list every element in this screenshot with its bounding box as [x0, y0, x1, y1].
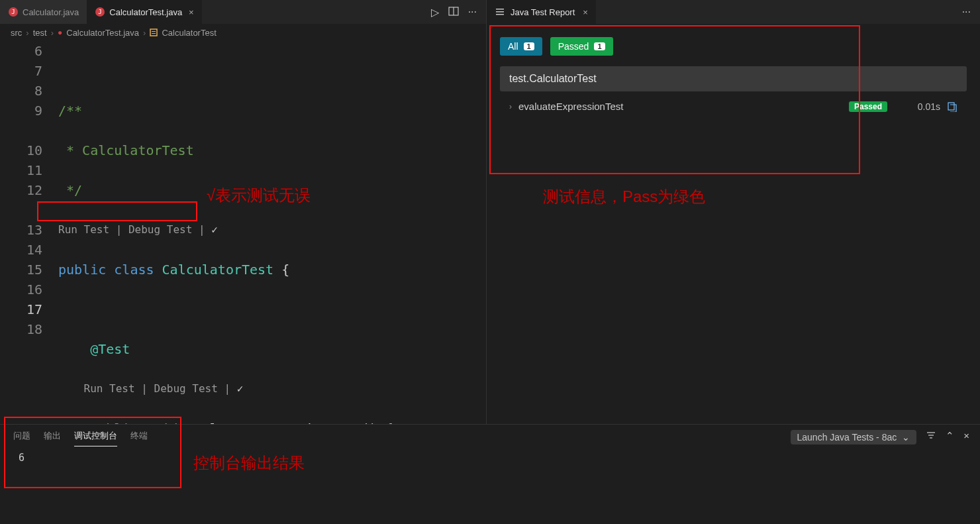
class-icon [150, 28, 158, 36]
panel-tab-problems[interactable]: 问题 [13, 430, 30, 446]
svg-rect-7 [152, 31, 156, 32]
code-editor[interactable]: 6789 101112 131415 161718 /** * Calculat… [0, 41, 486, 424]
test-name: evaluateExpressionTest [518, 101, 623, 112]
panel-tabs: 问题 输出 调试控制台 终端 [0, 430, 487, 446]
codelens-run-test[interactable]: Run Test [58, 223, 109, 236]
codelens-run-test[interactable]: Run Test [84, 382, 135, 395]
svg-rect-8 [152, 33, 156, 34]
annotation-text: 测试信息，Pass为绿色 [543, 186, 705, 207]
more-icon[interactable]: ··· [468, 6, 477, 19]
line-gutter: 6789 101112 131415 161718 [0, 41, 58, 424]
tab-java-test-report[interactable]: Java Test Report × [487, 0, 596, 24]
java-file-icon: ● [58, 28, 62, 37]
code-content[interactable]: /** * CalculatorTest */ Run Test | Debug… [58, 41, 486, 424]
bc-test[interactable]: test [33, 28, 47, 38]
codelens-debug-test[interactable]: Debug Test [154, 382, 218, 395]
chevron-right-icon: › [509, 102, 512, 111]
svg-rect-12 [948, 103, 954, 110]
test-suite-header[interactable]: test.CalculatorTest [500, 66, 967, 91]
status-badge: Passed [849, 101, 887, 112]
svg-rect-9 [496, 9, 504, 10]
tab-calculator-java[interactable]: J Calculator.java [0, 0, 87, 24]
tab-label: CalculatorTest.java [109, 7, 182, 17]
test-duration: 0.01s [894, 101, 940, 112]
tab-label: Java Test Report [511, 7, 575, 17]
panel-tab-debug-console[interactable]: 调试控制台 [74, 430, 117, 446]
editor-tabbar: J Calculator.java J CalculatorTest.java … [0, 0, 486, 24]
close-icon[interactable]: × [189, 7, 194, 17]
report-tabbar: Java Test Report × ··· [487, 0, 980, 24]
split-editor-icon[interactable] [448, 6, 459, 19]
breadcrumb[interactable]: src› test› ● CalculatorTest.java› Calcul… [0, 24, 486, 41]
annotation-text: 控制台输出结果 [193, 452, 305, 474]
test-row[interactable]: › evaluateExpressionTest Passed 0.01s [500, 94, 967, 119]
annotation-text: √表示测试无误 [207, 185, 311, 205]
bc-class[interactable]: CalculatorTest [162, 28, 216, 38]
filter-passed[interactable]: Passed1 [550, 37, 613, 56]
filter-icon[interactable] [926, 430, 936, 441]
test-report-body: All1 Passed1 test.CalculatorTest › evalu… [487, 24, 980, 424]
panel: 问题 输出 调试控制台 终端 6 Launch Java Tests - 8ac… [0, 424, 980, 524]
svg-rect-10 [496, 11, 504, 13]
editor-actions: ▷ ··· [422, 6, 486, 19]
chevron-up-icon[interactable]: ⌃ [946, 430, 954, 442]
goto-source-icon[interactable] [947, 101, 957, 112]
tab-label: Calculator.java [23, 7, 79, 17]
launch-config-selector[interactable]: Launch Java Tests - 8ac ⌄ [791, 430, 917, 445]
bc-file[interactable]: CalculatorTest.java [66, 28, 139, 38]
svg-rect-11 [496, 14, 504, 15]
java-file-icon: J [95, 7, 105, 17]
svg-text:J: J [99, 9, 102, 15]
run-icon[interactable]: ▷ [431, 6, 439, 19]
panel-tab-output[interactable]: 输出 [44, 430, 61, 446]
svg-rect-6 [150, 29, 157, 36]
filter-all[interactable]: All1 [500, 37, 542, 56]
test-pass-check-icon: ✓ [237, 382, 244, 395]
test-pass-check-icon: ✓ [211, 223, 218, 236]
bc-src[interactable]: src [11, 28, 22, 38]
chevron-down-icon: ⌄ [902, 432, 910, 443]
more-icon[interactable]: ··· [962, 6, 971, 18]
tab-calculatortest-java[interactable]: J CalculatorTest.java × [87, 0, 201, 24]
java-file-icon: J [8, 7, 19, 17]
minimap[interactable] [446, 41, 486, 424]
close-icon[interactable]: × [583, 7, 588, 17]
panel-tab-terminal[interactable]: 终端 [130, 430, 148, 446]
codelens-debug-test[interactable]: Debug Test [128, 223, 192, 236]
svg-text:J: J [11, 9, 15, 15]
close-panel-icon[interactable]: × [963, 430, 969, 441]
list-icon [495, 7, 505, 17]
